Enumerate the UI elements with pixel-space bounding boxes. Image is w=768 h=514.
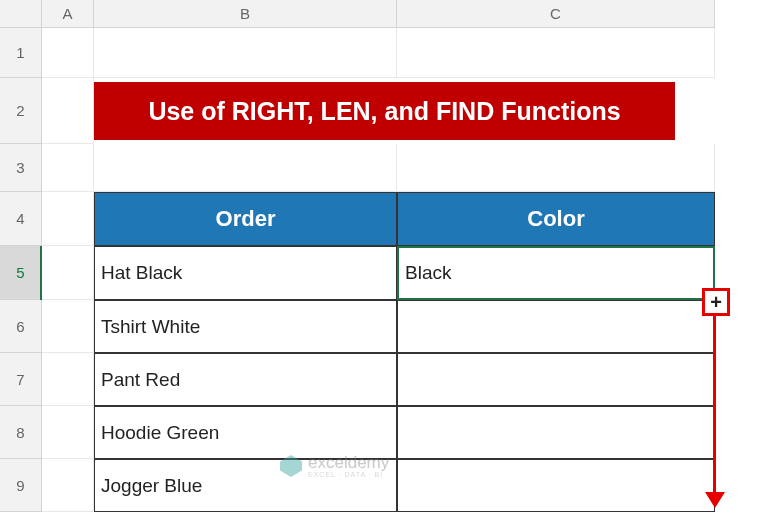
cell-C7[interactable] [397, 353, 715, 406]
watermark-logo-icon [280, 455, 302, 477]
col-header-A[interactable]: A [42, 0, 94, 28]
cell-B8[interactable]: Hoodie Green [94, 406, 397, 459]
col-header-C[interactable]: C [397, 0, 715, 28]
row-header-9[interactable]: 9 [0, 459, 42, 512]
cell-C8[interactable] [397, 406, 715, 459]
cell-A3[interactable] [42, 144, 94, 192]
drag-arrow-line [713, 316, 716, 496]
row-header-1[interactable]: 1 [0, 28, 42, 78]
cell-C9[interactable] [397, 459, 715, 512]
cell-C5-selected[interactable]: Black [397, 246, 715, 300]
cell-C6[interactable] [397, 300, 715, 353]
cell-C1[interactable] [397, 28, 715, 78]
cell-B5[interactable]: Hat Black [94, 246, 397, 300]
cell-A2[interactable] [42, 78, 94, 144]
cell-B1[interactable] [94, 28, 397, 78]
cell-A1[interactable] [42, 28, 94, 78]
fill-handle-icon[interactable]: + [702, 288, 730, 316]
row-header-2[interactable]: 2 [0, 78, 42, 144]
row-header-7[interactable]: 7 [0, 353, 42, 406]
watermark: exceldemy EXCEL · DATA · BI [280, 454, 389, 478]
cell-A9[interactable] [42, 459, 94, 512]
header-order: Order [94, 192, 397, 246]
cell-C3[interactable] [397, 144, 715, 192]
drag-arrow-head-icon [705, 492, 725, 508]
col-header-B[interactable]: B [94, 0, 397, 28]
cell-B3[interactable] [94, 144, 397, 192]
row-header-6[interactable]: 6 [0, 300, 42, 353]
watermark-name: exceldemy [308, 454, 389, 471]
row-header-8[interactable]: 8 [0, 406, 42, 459]
grid-corner[interactable] [0, 0, 42, 28]
cell-A7[interactable] [42, 353, 94, 406]
spreadsheet-grid: A B C 1 2 Use of RIGHT, LEN, and FIND Fu… [0, 0, 768, 512]
header-color: Color [397, 192, 715, 246]
cell-A5[interactable] [42, 246, 94, 300]
cell-B7[interactable]: Pant Red [94, 353, 397, 406]
watermark-tagline: EXCEL · DATA · BI [308, 471, 389, 478]
cell-B6[interactable]: Tshirt White [94, 300, 397, 353]
title-banner: Use of RIGHT, LEN, and FIND Functions [94, 82, 675, 140]
cell-A8[interactable] [42, 406, 94, 459]
cell-A6[interactable] [42, 300, 94, 353]
row-header-5[interactable]: 5 [0, 246, 42, 300]
row-header-3[interactable]: 3 [0, 144, 42, 192]
cell-A4[interactable] [42, 192, 94, 246]
row-header-4[interactable]: 4 [0, 192, 42, 246]
